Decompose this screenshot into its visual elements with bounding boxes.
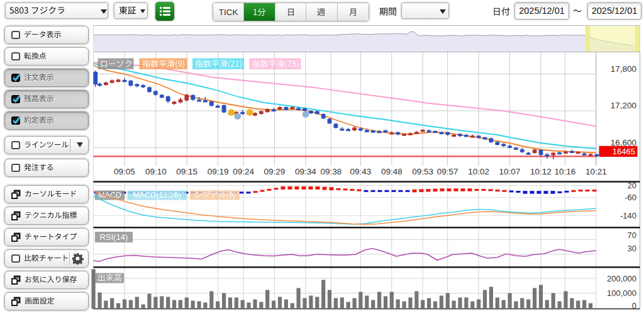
svg-text:0: 0 bbox=[632, 301, 636, 310]
svg-text:30: 30 bbox=[628, 244, 636, 253]
svg-text:09:29: 09:29 bbox=[264, 167, 286, 176]
svg-text:10:21: 10:21 bbox=[586, 167, 607, 176]
svg-text:10:16: 10:16 bbox=[555, 167, 576, 176]
svg-text:09:53: 09:53 bbox=[412, 167, 433, 176]
svg-text:MACD: MACD bbox=[98, 191, 121, 200]
svg-text:10:07: 10:07 bbox=[499, 167, 521, 176]
svg-text:09:24: 09:24 bbox=[233, 167, 254, 176]
svg-text:09:57: 09:57 bbox=[437, 167, 458, 176]
svg-text:-60: -60 bbox=[625, 193, 636, 202]
svg-text:16465: 16465 bbox=[613, 147, 635, 156]
svg-text:16,600: 16,600 bbox=[611, 138, 636, 147]
svg-text:09:34: 09:34 bbox=[295, 167, 316, 176]
svg-text:70: 70 bbox=[628, 230, 636, 240]
svg-text:09:19: 09:19 bbox=[208, 167, 229, 176]
svg-text:17,200: 17,200 bbox=[611, 101, 636, 110]
svg-text:10:02: 10:02 bbox=[468, 167, 489, 176]
svg-text:100,000: 100,000 bbox=[607, 288, 636, 298]
svg-text:09:15: 09:15 bbox=[176, 167, 197, 176]
svg-text:17,800: 17,800 bbox=[611, 64, 636, 74]
svg-text:MACD(12,26): MACD(12,26) bbox=[133, 191, 180, 200]
svg-text:09:43: 09:43 bbox=[350, 167, 372, 176]
svg-text:20: 20 bbox=[628, 181, 636, 190]
svg-text:09:48: 09:48 bbox=[381, 167, 402, 176]
svg-text:09:10: 09:10 bbox=[145, 167, 167, 176]
svg-text:10:12: 10:12 bbox=[530, 167, 552, 176]
svg-text:200,000: 200,000 bbox=[607, 274, 636, 283]
svg-text:09:38: 09:38 bbox=[320, 167, 341, 176]
svg-text:09:05: 09:05 bbox=[114, 167, 135, 176]
svg-text:RSI(14): RSI(14) bbox=[100, 232, 128, 242]
svg-text:-140: -140 bbox=[620, 211, 636, 220]
